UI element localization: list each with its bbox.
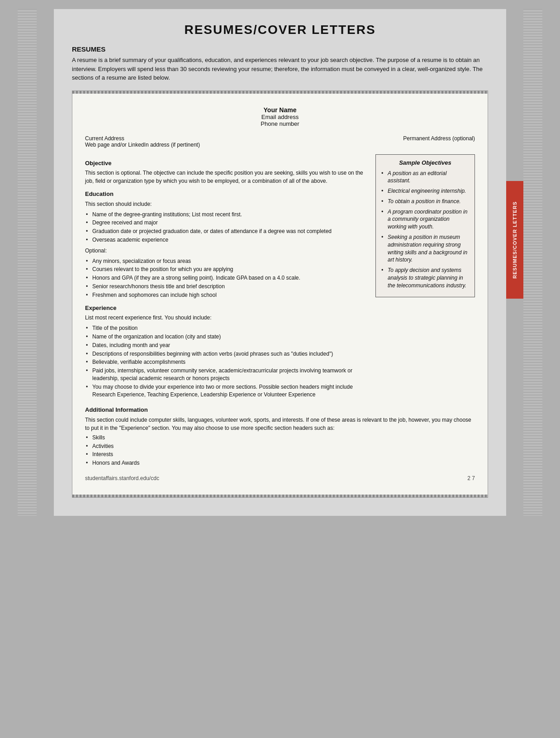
education-item: Name of the degree-granting institutions… xyxy=(85,211,366,219)
side-tab: RESUMES/COVER LETTERS xyxy=(506,181,523,299)
education-title: Education xyxy=(85,190,366,199)
education-optional-item: Honors and GPA (if they are a strong sel… xyxy=(85,274,366,282)
sample-objectives-box: Sample Objectives A position as an edito… xyxy=(375,154,475,297)
additional-title: Additional Information xyxy=(85,405,475,414)
additional-info-section: Additional Information This section coul… xyxy=(85,405,475,467)
doc-left-column: Objective This section is optional. The … xyxy=(85,154,366,401)
doc-body: Objective This section is optional. The … xyxy=(85,154,475,401)
experience-item: Believable, verifiable accomplishments xyxy=(85,358,366,366)
experience-item: Paid jobs, internships, volunteer commun… xyxy=(85,367,366,382)
experience-list: Title of the position Name of the organi… xyxy=(85,324,366,398)
education-optional-item: Any minors, specialization or focus area… xyxy=(85,257,366,265)
phone-line: Phone number xyxy=(85,120,475,127)
main-title: RESUMES/COVER LETTERS xyxy=(72,23,488,37)
sample-objective-item: To apply decision and systems analysis t… xyxy=(381,267,469,289)
education-item: Degree received and major xyxy=(85,219,366,227)
objective-title: Objective xyxy=(85,159,366,168)
education-intro: This section should include: xyxy=(85,200,366,208)
additional-item: Activities xyxy=(85,443,475,450)
sample-objective-item: Seeking a position in museum administrat… xyxy=(381,233,469,264)
experience-item: Name of the organization and location (c… xyxy=(85,333,366,341)
email-line: Email address xyxy=(85,114,475,120)
permanent-address: Permanent Address (optional) xyxy=(403,135,475,148)
sample-objectives-title: Sample Objectives xyxy=(381,159,469,166)
education-item: Overseas academic experience xyxy=(85,236,366,244)
experience-item: Dates, including month and year xyxy=(85,342,366,349)
doc-header: Your Name Email address Phone number xyxy=(85,106,475,127)
objective-text: This section is optional. The objective … xyxy=(85,169,366,185)
experience-item: Title of the position xyxy=(85,324,366,332)
additional-list: Skills Activities Interests Honors and A… xyxy=(85,434,475,467)
experience-item: You may choose to divide your experience… xyxy=(85,383,366,399)
education-optional-label: Optional: xyxy=(85,247,366,255)
resumes-heading: RESUMES xyxy=(72,45,488,53)
footer-page: 2 7 xyxy=(467,475,475,481)
left-decorative-bars xyxy=(18,9,37,516)
intro-text: A resume is a brief summary of your qual… xyxy=(72,56,488,82)
additional-text: This section could include computer skil… xyxy=(85,416,475,432)
experience-title: Experience xyxy=(85,304,366,313)
footer-url: studentaffairs.stanford.edu/cdc xyxy=(85,475,159,481)
your-name: Your Name xyxy=(85,106,475,114)
address-left: Current Address Web page and/or LinkedIn… xyxy=(85,135,200,148)
sample-objective-item: Electrical engineering internship. xyxy=(381,187,469,195)
sample-objective-item: A program coordinator position in a comm… xyxy=(381,208,469,231)
education-item: Graduation date or projected graduation … xyxy=(85,228,366,235)
experience-item: Descriptions of responsibilities beginni… xyxy=(85,350,366,358)
education-optional-item: Senior research/honors thesis title and … xyxy=(85,283,366,290)
sample-objective-item: To obtain a position in finance. xyxy=(381,198,469,205)
sample-objective-item: A position as an editorial assistant. xyxy=(381,170,469,185)
address-row: Current Address Web page and/or LinkedIn… xyxy=(85,135,475,148)
doc-right-column: Sample Objectives A position as an edito… xyxy=(375,154,475,401)
document-box: Your Name Email address Phone number Cur… xyxy=(72,90,488,498)
side-tab-label: RESUMES/COVER LETTERS xyxy=(512,201,517,279)
web-address: Web page and/or LinkedIn address (if per… xyxy=(85,142,200,148)
current-address: Current Address xyxy=(85,135,200,142)
experience-intro: List most recent experience first. You s… xyxy=(85,314,366,322)
additional-item: Skills xyxy=(85,434,475,442)
education-list: Name of the degree-granting institutions… xyxy=(85,211,366,244)
education-optional-item: Courses relevant to the position for whi… xyxy=(85,266,366,273)
education-optional-item: Freshmen and sophomores can include high… xyxy=(85,291,366,299)
sample-objectives-list: A position as an editorial assistant. El… xyxy=(381,170,469,290)
additional-item: Honors and Awards xyxy=(85,459,475,467)
additional-item: Interests xyxy=(85,451,475,458)
right-decorative-bars xyxy=(523,9,542,516)
footer-bar: studentaffairs.stanford.edu/cdc 2 7 xyxy=(85,475,475,481)
education-optional-list: Any minors, specialization or focus area… xyxy=(85,257,366,299)
page-wrapper: RESUMES/COVER LETTERS RESUMES/COVER LETT… xyxy=(54,9,506,516)
